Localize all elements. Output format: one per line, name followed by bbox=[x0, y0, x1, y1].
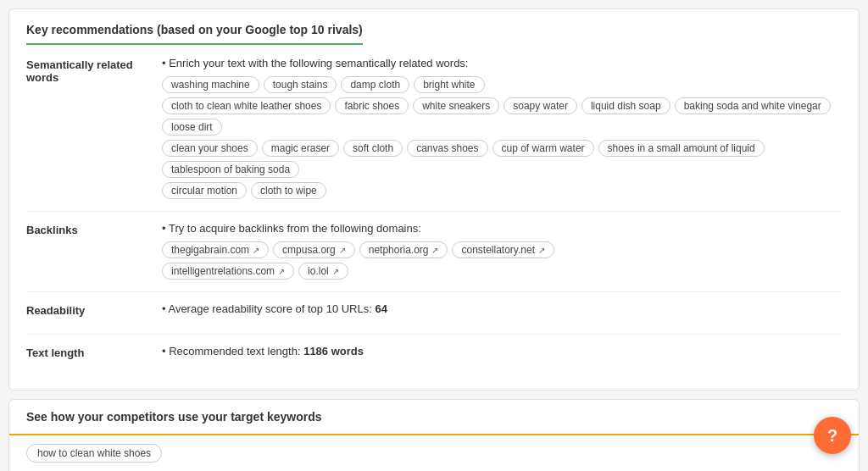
backlinks-row: Backlinks • Try to acquire backlinks fro… bbox=[26, 222, 842, 280]
backlinks-tags-row2: intelligentrelations.com ↗ io.lol ↗ bbox=[162, 263, 842, 280]
readability-label: Readability bbox=[26, 302, 162, 317]
external-link-icon: ↗ bbox=[538, 246, 545, 255]
tag-washing-machine[interactable]: washing machine bbox=[162, 76, 259, 93]
competitors-header: See how your competitors use your target… bbox=[9, 400, 859, 435]
readability-content: • Average readability score of top 10 UR… bbox=[162, 302, 842, 322]
readability-row: Readability • Average readability score … bbox=[26, 302, 842, 322]
tag-circular-motion[interactable]: circular motion bbox=[162, 182, 247, 199]
external-link-icon: ↗ bbox=[253, 246, 259, 255]
tag-loose-dirt[interactable]: loose dirt bbox=[162, 119, 222, 136]
backlink-intelligentrelations[interactable]: intelligentrelations.com ↗ bbox=[162, 263, 294, 280]
backlink-cmpusa[interactable]: cmpusa.org ↗ bbox=[273, 241, 355, 258]
tag-baking-soda-vinegar[interactable]: baking soda and white vinegar bbox=[675, 97, 831, 114]
backlinks-content: • Try to acquire backlinks from the foll… bbox=[162, 222, 842, 280]
divider-1 bbox=[26, 211, 842, 212]
backlink-io-lol[interactable]: io.lol ↗ bbox=[298, 263, 348, 280]
tag-cup-warm-water[interactable]: cup of warm water bbox=[492, 140, 594, 157]
tag-tough-stains[interactable]: tough stains bbox=[264, 76, 337, 93]
tag-white-sneakers[interactable]: white sneakers bbox=[413, 97, 499, 114]
backlinks-description: • Try to acquire backlinks from the foll… bbox=[162, 222, 842, 235]
section-title: Key recommendations (based on your Googl… bbox=[26, 23, 363, 45]
tag-liquid-dish-soap[interactable]: liquid dish soap bbox=[581, 97, 670, 114]
backlinks-tags-row1: thegigabrain.com ↗ cmpusa.org ↗ netphori… bbox=[162, 241, 842, 258]
tag-shoes-small-amount[interactable]: shoes in a small amount of liquid bbox=[598, 140, 765, 157]
tag-cloth-clean-leather[interactable]: cloth to clean white leather shoes bbox=[162, 97, 331, 114]
tag-canvas-shoes[interactable]: canvas shoes bbox=[407, 140, 487, 157]
external-link-icon: ↗ bbox=[278, 267, 285, 276]
text-length-row: Text length • Recommended text length: 1… bbox=[26, 345, 842, 364]
help-fab-button[interactable]: ? bbox=[814, 417, 851, 454]
tags-row4: circular motion cloth to wipe bbox=[162, 182, 842, 199]
tag-bright-white[interactable]: bright white bbox=[414, 76, 484, 93]
tags-row3: clean your shoes magic eraser soft cloth… bbox=[162, 140, 842, 178]
backlink-thegigabrain[interactable]: thegigabrain.com ↗ bbox=[162, 241, 269, 258]
backlink-netphoria[interactable]: netphoria.org ↗ bbox=[359, 241, 448, 258]
tags-row2: cloth to clean white leather shoes fabri… bbox=[162, 97, 842, 136]
readability-score: 64 bbox=[375, 302, 387, 315]
key-recommendations-card: Key recommendations (based on your Googl… bbox=[8, 8, 860, 391]
competitors-card: See how your competitors use your target… bbox=[8, 399, 860, 471]
page-container: Key recommendations (based on your Googl… bbox=[0, 8, 868, 471]
tag-tablespoon-baking-soda[interactable]: tablespoon of baking soda bbox=[162, 161, 299, 178]
keyword-pill[interactable]: how to clean white shoes bbox=[26, 444, 162, 463]
tag-cloth-to-wipe[interactable]: cloth to wipe bbox=[251, 182, 326, 199]
semantically-related-description: • Enrich your text with the following se… bbox=[162, 57, 842, 69]
tag-fabric-shoes[interactable]: fabric shoes bbox=[335, 97, 409, 114]
external-link-icon: ↗ bbox=[431, 246, 438, 255]
text-length-content: • Recommended text length: 1186 words bbox=[162, 345, 842, 364]
backlink-constellatory[interactable]: constellatory.net ↗ bbox=[452, 241, 554, 258]
tags-row1: washing machine tough stains damp cloth … bbox=[162, 76, 842, 93]
divider-2 bbox=[26, 291, 842, 292]
semantically-related-row: Semantically related words • Enrich your… bbox=[26, 57, 842, 199]
tag-clean-your-shoes[interactable]: clean your shoes bbox=[162, 140, 258, 157]
semantically-related-content: • Enrich your text with the following se… bbox=[162, 57, 842, 199]
text-length-description: • Recommended text length: 1186 words bbox=[162, 345, 842, 357]
tag-soft-cloth[interactable]: soft cloth bbox=[343, 140, 403, 157]
readability-description: • Average readability score of top 10 UR… bbox=[162, 302, 842, 315]
semantically-related-label: Semantically related words bbox=[26, 57, 162, 84]
tag-magic-eraser[interactable]: magic eraser bbox=[262, 140, 339, 157]
divider-3 bbox=[26, 334, 842, 335]
external-link-icon: ↗ bbox=[332, 267, 339, 276]
text-length-label: Text length bbox=[26, 345, 162, 359]
external-link-icon: ↗ bbox=[339, 246, 346, 255]
backlinks-label: Backlinks bbox=[26, 222, 162, 236]
tag-soapy-water[interactable]: soapy water bbox=[504, 97, 577, 114]
tag-damp-cloth[interactable]: damp cloth bbox=[341, 76, 409, 93]
text-length-value: 1186 words bbox=[303, 345, 364, 357]
